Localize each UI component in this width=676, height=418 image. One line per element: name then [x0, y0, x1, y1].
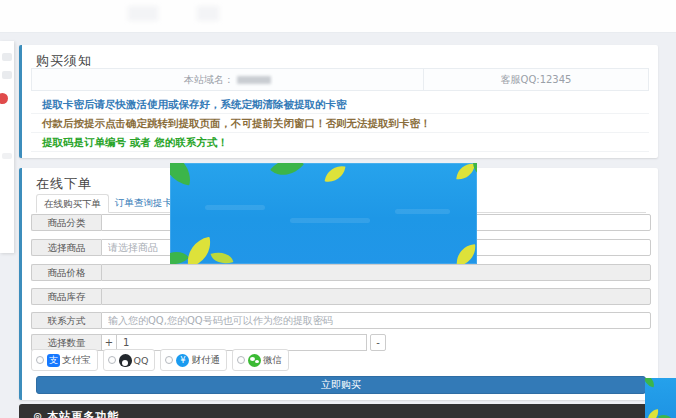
product-label: 选择商品: [31, 239, 101, 256]
more-features-section: ⊚ 本站更多功能: [19, 404, 658, 418]
spacer: [386, 334, 651, 351]
notice-card: 购买须知 本站域名： 客服QQ:12345 提取卡密后请尽快激活使用或保存好，系…: [19, 45, 658, 158]
notice-list: 提取卡密后请尽快激活使用或保存好，系统定期清除被提取的卡密 付款后按提示点击确定…: [31, 95, 649, 152]
alipay-icon: 支: [47, 354, 60, 367]
wechat-icon: [248, 354, 261, 367]
leaf-icon: [170, 244, 189, 264]
buy-now-button[interactable]: 立即购买: [36, 376, 646, 394]
red-badge: [0, 93, 8, 104]
contact-label: 联系方式: [31, 312, 101, 329]
payment-option-wechat[interactable]: 微信: [232, 349, 289, 371]
qq-icon: [119, 354, 132, 367]
tenpay-icon: ¥: [176, 354, 189, 367]
order-card-title: 在线下单: [36, 175, 92, 193]
leaf-icon: [325, 164, 346, 185]
contact-input[interactable]: [101, 312, 651, 329]
tenpay-label: 财付通: [191, 354, 220, 367]
left-panel-cutoff: [0, 41, 14, 253]
payment-option-tenpay[interactable]: ¥ 财付通: [160, 349, 227, 371]
wechat-label: 微信: [263, 354, 282, 367]
more-features-title: 本站更多功能: [47, 409, 119, 418]
price-value-field: [101, 264, 651, 281]
stock-row: 商品库存: [31, 288, 651, 305]
quantity-minus-button[interactable]: -: [370, 334, 386, 351]
wechat-radio[interactable]: [237, 356, 245, 364]
left-panel-row: [2, 71, 12, 79]
price-label: 商品价格: [31, 264, 101, 281]
tab-buy-online[interactable]: 在线购买下单: [36, 194, 109, 213]
cloud-shape: [290, 218, 370, 223]
qq-label: QQ: [134, 355, 149, 366]
leaf-icon: [456, 163, 474, 181]
service-qq-cell: 客服QQ:12345: [424, 69, 648, 90]
blurred-logo: [128, 6, 158, 21]
promo-image-overlay: [170, 163, 477, 264]
site-domain-label: 本站域名：: [184, 74, 234, 85]
leaf-icon: [211, 249, 234, 264]
left-panel-row: [2, 53, 12, 61]
stock-label: 商品库存: [31, 288, 101, 305]
contact-row: 联系方式: [31, 312, 651, 329]
leaf-icon: [455, 244, 477, 264]
qq-radio[interactable]: [108, 356, 116, 364]
notice-line-1: 提取卡密后请尽快激活使用或保存好，系统定期清除被提取的卡密: [31, 95, 649, 114]
circle-icon: ⊚: [33, 410, 42, 418]
category-label: 商品分类: [31, 214, 101, 231]
leaf-icon: [645, 378, 656, 387]
more-features-header: ⊚ 本站更多功能: [19, 404, 658, 418]
leaf-icon: [658, 412, 672, 418]
site-domain-cell: 本站域名：: [32, 69, 424, 90]
top-header: [0, 0, 676, 33]
payment-option-qq[interactable]: QQ: [103, 349, 156, 371]
page: 购买须知 本站域名： 客服QQ:12345 提取卡密后请尽快激活使用或保存好，系…: [0, 0, 676, 418]
cloud-shape: [205, 205, 265, 210]
alipay-label: 支付宝: [62, 354, 91, 367]
leaf-icon: [170, 163, 194, 185]
price-row: 商品价格: [31, 264, 651, 281]
site-info-row: 本站域名： 客服QQ:12345: [31, 68, 649, 91]
cloud-shape: [395, 209, 450, 214]
alipay-radio[interactable]: [36, 356, 44, 364]
redacted-domain-value: [237, 76, 271, 84]
payment-methods: 支 支付宝 QQ ¥ 财付通 微信: [31, 349, 294, 371]
corner-image-overlay: [645, 378, 676, 418]
payment-option-alipay[interactable]: 支 支付宝: [31, 349, 98, 371]
tab-order-query[interactable]: 订单查询提卡: [108, 194, 179, 213]
stock-value-field: [101, 288, 651, 305]
tenpay-radio[interactable]: [165, 356, 173, 364]
leaf-icon: [184, 237, 214, 264]
left-panel-row: [2, 153, 12, 159]
leaf-icon: [270, 163, 304, 184]
notice-line-2: 付款后按提示点击确定跳转到提取页面，不可提前关闭窗口！否则无法提取到卡密！: [31, 114, 649, 133]
notice-line-3: 提取码是订单编号 或者 您的联系方式！: [31, 133, 649, 152]
blurred-logo: [197, 6, 219, 21]
